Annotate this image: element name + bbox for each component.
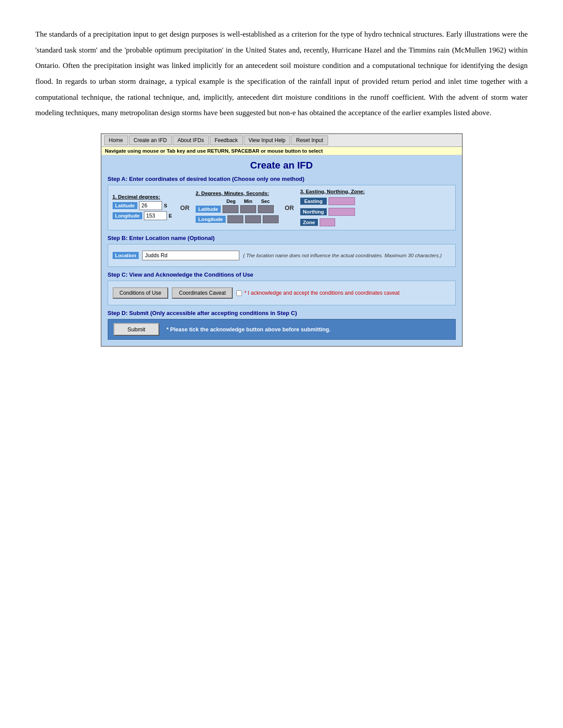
step-b-header: Step B: Enter Location name (Optional) xyxy=(108,235,456,241)
lng1-row: Longitude E xyxy=(113,211,174,220)
lat1-suffix: S xyxy=(164,203,169,208)
lng2-label: Longitude xyxy=(196,216,226,223)
nav-reset-input[interactable]: Reset Input xyxy=(291,135,328,145)
coordinates-caveat-button[interactable]: Coordinates Caveat xyxy=(172,287,233,299)
acknowledge-row: * I acknowledge and accept the condition… xyxy=(236,290,400,296)
nav-hint: Navigate using mouse or Tab key and use … xyxy=(102,147,462,155)
nav-feedback[interactable]: Feedback xyxy=(210,135,243,145)
lat2-deg-input[interactable] xyxy=(223,205,238,213)
lat1-row: Latitude S xyxy=(113,201,174,210)
coords-row: 1. Decimal degrees: Latitude S Longitude… xyxy=(113,189,451,226)
lat2-label: Latitude xyxy=(196,206,221,213)
lng1-label: Longitude xyxy=(113,212,143,219)
nav-home[interactable]: Home xyxy=(104,135,128,145)
step-c-header: Step C: View and Acknowledge the Conditi… xyxy=(108,271,456,278)
conditions-row: Conditions of Use Coordinates Caveat * I… xyxy=(113,285,451,301)
lng1-suffix: E xyxy=(169,213,174,218)
article-paragraph: The standards of a precipitation input t… xyxy=(35,26,528,121)
conditions-of-use-button[interactable]: Conditions of Use xyxy=(113,287,169,299)
location-input[interactable] xyxy=(142,251,239,260)
nav-view-input-help[interactable]: View Input Help xyxy=(244,135,291,145)
step-d-section: Submit * Please tick the acknowledge but… xyxy=(108,319,456,340)
lng2-sec-input[interactable] xyxy=(263,215,279,223)
lng2-deg-input[interactable] xyxy=(227,215,243,223)
or1-label: OR xyxy=(178,204,192,211)
or2-label: OR xyxy=(282,204,297,211)
northing-input[interactable] xyxy=(329,208,355,216)
location-row: Location ( The location name does not in… xyxy=(113,248,451,263)
ack-checkbox[interactable] xyxy=(236,290,242,296)
method1-label: 1. Decimal degrees: xyxy=(113,194,174,199)
nav-about-ifds[interactable]: About IFDs xyxy=(173,135,209,145)
step-b-section: Location ( The location name does not in… xyxy=(108,244,456,267)
northing-row: Northing xyxy=(300,208,365,216)
zone-label: Zone xyxy=(300,219,318,226)
method2-label: 2. Degrees, Minutes, Seconds: xyxy=(196,191,279,196)
easting-row: Easting xyxy=(300,197,365,205)
submit-note: * Please tick the acknowledge button abo… xyxy=(166,326,331,333)
lat2-row: Latitude xyxy=(196,205,279,213)
step-c-section: Conditions of Use Coordinates Caveat * I… xyxy=(108,281,456,305)
ifd-body: Create an IFD Step A: Enter coordinates … xyxy=(102,155,462,346)
lat1-input[interactable] xyxy=(139,201,162,210)
ifd-title: Create an IFD xyxy=(108,160,456,171)
zone-input[interactable] xyxy=(320,218,335,226)
lat1-label: Latitude xyxy=(113,202,138,209)
step-a-header: Step A: Enter coordinates of desired loc… xyxy=(108,176,456,182)
lat2-sec-input[interactable] xyxy=(258,205,274,213)
lng2-min-input[interactable] xyxy=(245,215,261,223)
easting-input[interactable] xyxy=(329,197,355,205)
step-a-section: 1. Decimal degrees: Latitude S Longitude… xyxy=(108,185,456,230)
step-d-header: Step D: Submit (Only accessible after ac… xyxy=(108,310,456,316)
method3-label: 3. Easting, Northing, Zone: xyxy=(300,189,365,194)
method3-block: 3. Easting, Northing, Zone: Easting Nort… xyxy=(300,189,365,226)
northing-label: Northing xyxy=(300,208,327,215)
method1-block: 1. Decimal degrees: Latitude S Longitude… xyxy=(113,194,174,221)
zone-row: Zone xyxy=(300,218,365,226)
method2-block: 2. Degrees, Minutes, Seconds: Deg Min Se… xyxy=(196,191,279,225)
location-label: Location xyxy=(113,252,139,259)
ifd-widget: Home Create an IFD About IFDs Feedback V… xyxy=(101,133,463,347)
min-header: Min xyxy=(240,199,256,204)
deg-header: Deg xyxy=(223,199,239,204)
lng2-row: Longitude xyxy=(196,215,279,223)
dms-headers: Deg Min Sec xyxy=(196,199,279,204)
easting-label: Easting xyxy=(300,198,327,205)
lat2-min-input[interactable] xyxy=(240,205,256,213)
ack-text: * I acknowledge and accept the condition… xyxy=(244,290,400,296)
lng1-input[interactable] xyxy=(144,211,167,220)
sec-header: Sec xyxy=(257,199,273,204)
nav-create-ifd[interactable]: Create an IFD xyxy=(129,135,172,145)
submit-button[interactable]: Submit xyxy=(113,323,159,336)
nav-bar: Home Create an IFD About IFDs Feedback V… xyxy=(102,134,462,147)
location-note: ( The location name does not influence t… xyxy=(243,253,442,258)
